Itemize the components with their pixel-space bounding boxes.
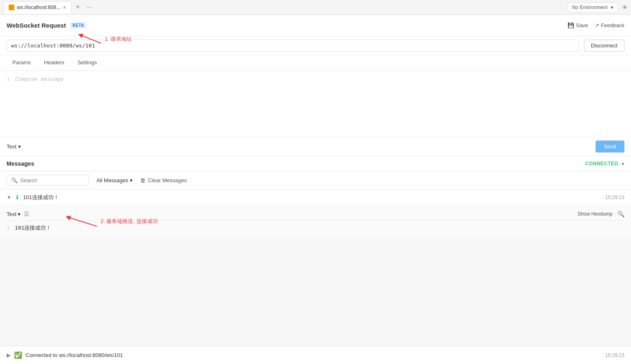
messages-chevron-icon[interactable]: ▾ (622, 161, 624, 167)
status-text: Connected to ws://localhost:8080/ws/101 (26, 352, 123, 358)
main-content: WebSocket Request BETA 💾 Save ↗ Feedback… (0, 15, 631, 364)
eye-icon[interactable]: 👁 (622, 4, 628, 11)
message-row[interactable]: ▼ ⬇ 101连接成功！ 15:29:23 (0, 190, 631, 205)
url-input[interactable] (7, 40, 579, 52)
save-icon: 💾 (568, 22, 574, 28)
tab-bar: ws://localhost:808... × + ··· No Environ… (0, 0, 631, 15)
header-right: 💾 Save ↗ Feedback (568, 22, 624, 28)
filter-dropdown[interactable]: All Messages ▾ (93, 175, 136, 186)
tab-label: ws://localhost:808... (17, 5, 60, 10)
expand-icon[interactable]: ▼ (7, 195, 12, 200)
detail-value: 101连接成功！ (15, 224, 51, 232)
search-icon: 🔍 (11, 177, 18, 183)
detail-toolbar-left: Text ▾ ☰ (7, 211, 29, 217)
filter-chevron-icon: ▾ (130, 177, 133, 183)
detail-text-dropdown[interactable]: Text ▾ (7, 211, 21, 217)
detail-line-number: 1 (7, 224, 10, 232)
settings-tab[interactable]: Settings (72, 56, 103, 70)
messages-title: Messages (7, 160, 34, 167)
messages-section: Messages CONNECTED ▾ 🔍 All Messages ▾ 🗑 … (0, 156, 631, 364)
compose-line-number: 1 (7, 76, 10, 132)
show-hexdump-button[interactable]: Show Hexdump (577, 211, 612, 217)
save-button[interactable]: 💾 Save (568, 22, 588, 28)
tab-icon (9, 5, 14, 10)
clear-label: Clear Messages (148, 177, 187, 183)
message-detail: Text ▾ ☰ Show Hexdump 🔍 1 101连接成功！ (0, 205, 631, 238)
detail-search-icon[interactable]: 🔍 (617, 211, 624, 217)
send-button[interactable]: Send (596, 141, 624, 153)
feedback-icon: ↗ (595, 22, 599, 28)
status-time: 15:29:23 (605, 352, 624, 358)
incoming-icon: ⬇ (15, 194, 20, 201)
detail-chevron-icon: ▾ (18, 211, 21, 217)
filter-label: All Messages (96, 177, 128, 183)
save-label: Save (576, 22, 588, 28)
headers-tab[interactable]: Headers (38, 56, 70, 70)
page-title: WebSocket Request (7, 22, 66, 29)
environment-chevron-icon: ▾ (611, 5, 613, 10)
compose-area: 1 Compose message Text ▾ Send (0, 71, 631, 156)
compose-footer: Text ▾ Send (0, 137, 631, 156)
messages-header-right: CONNECTED ▾ (585, 161, 624, 167)
compose-editor[interactable]: 1 Compose message (0, 71, 631, 137)
text-type-dropdown[interactable]: Text ▾ (7, 143, 21, 150)
detail-filter-icon[interactable]: ☰ (24, 211, 29, 217)
search-box: 🔍 (7, 175, 89, 186)
url-bar: Disconnect 1. 请求地址 (0, 36, 631, 55)
message-time: 15:29:23 (605, 195, 624, 200)
expand-icon[interactable]: ▶ (7, 352, 11, 358)
trash-icon: 🗑 (140, 177, 145, 183)
clear-messages-button[interactable]: 🗑 Clear Messages (140, 177, 187, 183)
text-type-chevron-icon: ▾ (18, 143, 21, 150)
app-header: WebSocket Request BETA 💾 Save ↗ Feedback (0, 15, 631, 36)
detail-toolbar: Text ▾ ☰ Show Hexdump 🔍 (7, 209, 624, 221)
feedback-label: Feedback (601, 22, 624, 28)
messages-toolbar: 🔍 All Messages ▾ 🗑 Clear Messages (0, 171, 631, 190)
disconnect-button[interactable]: Disconnect (584, 40, 624, 52)
connected-status-icon: ✅ (14, 351, 22, 359)
beta-badge: BETA (70, 22, 87, 28)
environment-label: No Environment (572, 5, 608, 10)
messages-header: Messages CONNECTED ▾ (0, 156, 631, 171)
environment-selector[interactable]: No Environment ▾ (568, 2, 618, 12)
feedback-button[interactable]: ↗ Feedback (595, 22, 624, 28)
sub-nav: Params Headers Settings (0, 55, 631, 71)
status-bar: ▶ ✅ Connected to ws://localhost:8080/ws/… (0, 346, 631, 364)
compose-placeholder: Compose message (15, 76, 63, 132)
text-type-label: Text (7, 143, 16, 150)
tab-close-button[interactable]: × (63, 4, 66, 11)
detail-toolbar-right: Show Hexdump 🔍 (577, 211, 624, 217)
params-tab[interactable]: Params (7, 56, 37, 70)
list-item: ▼ ⬇ 101连接成功！ 15:29:23 Text ▾ ☰ (0, 190, 631, 239)
search-input[interactable] (20, 177, 78, 183)
detail-text-label: Text (7, 211, 16, 217)
more-tabs-button[interactable]: ··· (84, 4, 94, 11)
messages-body: ▼ ⬇ 101连接成功！ 15:29:23 Text ▾ ☰ (0, 190, 631, 364)
active-tab[interactable]: ws://localhost:808... × (3, 1, 72, 14)
detail-content: 1 101连接成功！ (7, 221, 624, 235)
header-left: WebSocket Request BETA (7, 22, 87, 29)
new-tab-button[interactable]: + (73, 3, 83, 12)
status-left: ▶ ✅ Connected to ws://localhost:8080/ws/… (7, 351, 123, 359)
message-content: 101连接成功！ (23, 194, 602, 201)
connected-badge: CONNECTED (585, 161, 618, 167)
